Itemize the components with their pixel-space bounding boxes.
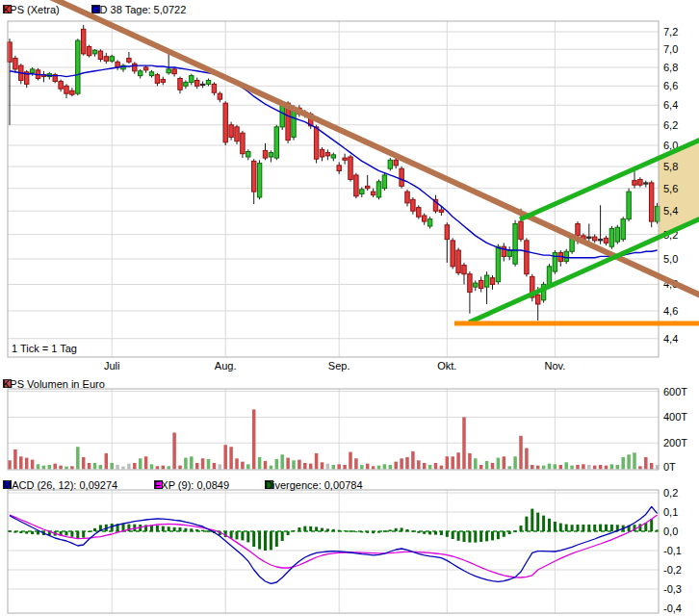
macd-plot-area[interactable] [8, 490, 659, 613]
volume-tick: 600T [663, 386, 687, 398]
volume-tick: 200T [663, 437, 687, 449]
exp-label: EXP (9): 0,0849 [154, 479, 229, 491]
month-label: Juli [104, 360, 120, 372]
macd-tick: 0,2 [663, 487, 678, 499]
price-plot-area[interactable] [8, 21, 659, 357]
month-label: Sep. [328, 360, 350, 372]
price-tick: 6,2 [663, 119, 678, 131]
macd-tick: 0,1 [663, 506, 678, 518]
price-tick: 4,4 [663, 333, 678, 345]
price-tick: 4,8 [663, 278, 678, 290]
month-label: Aug. [215, 360, 237, 372]
kps-series-label: KPS (Xetra) [3, 4, 60, 15]
divergence-label: Divergence: 0,00784 [265, 479, 363, 491]
volume-tick: 400T [663, 411, 687, 423]
macd-tick: -0,3 [663, 583, 682, 595]
macd-label: MACD (26, 12): 0,09274 [3, 479, 117, 491]
price-tick: 5,0 [663, 253, 678, 265]
volume-title: KPS Volumen in Euro [3, 378, 105, 390]
price-tick: 6,0 [663, 140, 678, 151]
price-tick: 5,6 [663, 183, 678, 194]
volume-plot-area[interactable] [8, 389, 659, 470]
price-tick: 7,2 [663, 26, 678, 38]
price-tick: 6,8 [663, 62, 678, 73]
price-tick: 5,4 [663, 205, 678, 217]
price-tick: 5,8 [663, 161, 678, 172]
month-label: Nov. [544, 360, 565, 372]
macd-tick: 0,0 [663, 526, 678, 537]
price-tick: 7,0 [663, 43, 678, 55]
month-label: Okt. [437, 360, 456, 372]
gd38-label: GD 38 Tage: 5,0722 [91, 4, 186, 15]
chart-tool-window: KPS (Xetra) GD 38 Tage: 5,0722 1 Tick = … [0, 0, 699, 616]
price-tick: 5,2 [663, 229, 678, 241]
price-tick: 6,4 [663, 99, 678, 111]
macd-tick: -0,4 [663, 603, 682, 614]
price-tick: 4,6 [663, 305, 678, 317]
volume-tick: 0T [663, 461, 676, 473]
price-tick: 6,6 [663, 80, 678, 91]
macd-tick: -0,1 [663, 545, 682, 556]
macd-tick: -0,2 [663, 564, 682, 576]
